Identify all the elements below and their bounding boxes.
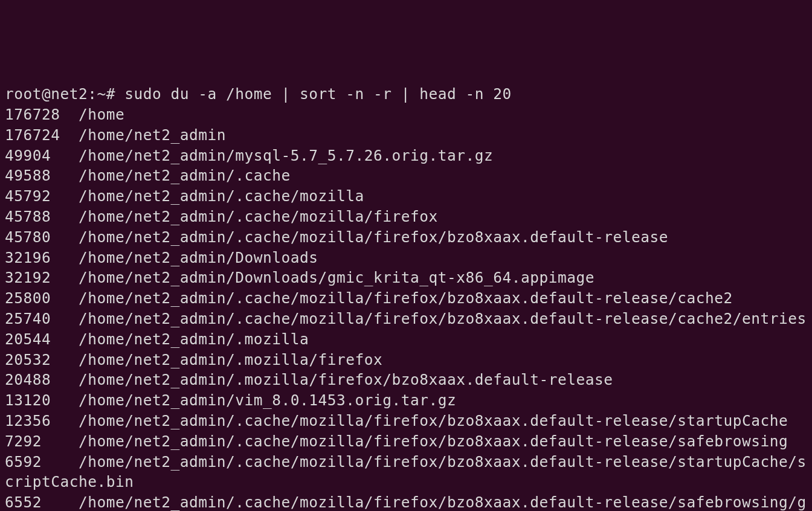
prompt-symbol: # (106, 85, 115, 103)
output-line: 20488 /home/net2_admin/.mozilla/firefox/… (5, 370, 807, 390)
prompt-cwd: ~ (97, 85, 106, 103)
command-text: sudo du -a /home | sort -n -r | head -n … (124, 85, 512, 103)
output-line: 20544 /home/net2_admin/.mozilla (5, 329, 807, 350)
output-line: 20532 /home/net2_admin/.mozilla/firefox (5, 350, 807, 370)
output-line: 6592 /home/net2_admin/.cache/mozilla/fir… (5, 452, 807, 493)
output-line: 32192 /home/net2_admin/Downloads/gmic_kr… (5, 268, 807, 288)
prompt-user-host: root@net2 (5, 85, 88, 103)
terminal-output: 176728 /home176724 /home/net2_admin49904… (5, 104, 807, 511)
output-line: 13120 /home/net2_admin/vim_8.0.1453.orig… (5, 390, 807, 411)
prompt-separator: : (88, 85, 97, 103)
output-line: 45792 /home/net2_admin/.cache/mozilla (5, 186, 807, 207)
output-line: 32196 /home/net2_admin/Downloads (5, 248, 807, 268)
output-line: 176728 /home (5, 104, 807, 125)
output-line: 12356 /home/net2_admin/.cache/mozilla/fi… (5, 411, 807, 431)
output-line: 49904 /home/net2_admin/mysql-5.7_5.7.26.… (5, 146, 807, 166)
output-line: 7292 /home/net2_admin/.cache/mozilla/fir… (5, 431, 807, 452)
output-line: 45780 /home/net2_admin/.cache/mozilla/fi… (5, 227, 807, 248)
output-line: 45788 /home/net2_admin/.cache/mozilla/fi… (5, 207, 807, 227)
prompt-line[interactable]: root@net2:~# sudo du -a /home | sort -n … (5, 84, 807, 104)
output-line: 6552 /home/net2_admin/.cache/mozilla/fir… (5, 492, 807, 511)
output-line: 25740 /home/net2_admin/.cache/mozilla/fi… (5, 309, 807, 329)
output-line: 25800 /home/net2_admin/.cache/mozilla/fi… (5, 288, 807, 309)
output-line: 176724 /home/net2_admin (5, 125, 807, 146)
output-line: 49588 /home/net2_admin/.cache (5, 166, 807, 186)
